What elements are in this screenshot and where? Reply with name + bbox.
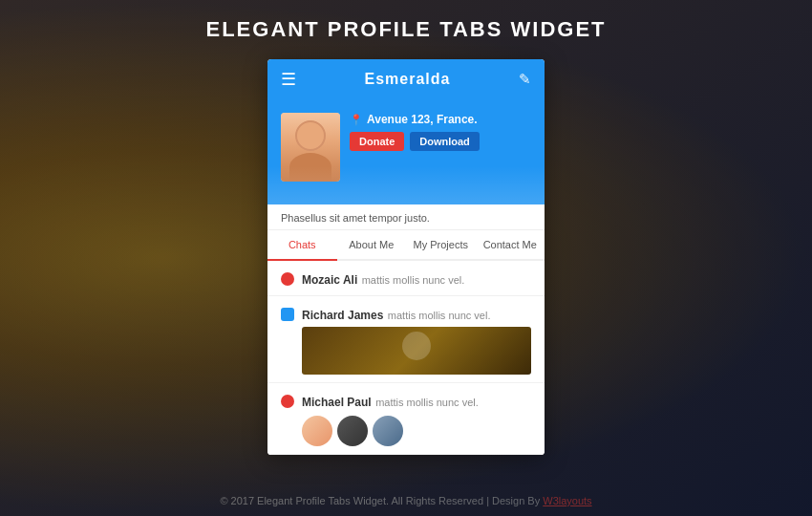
- chat-item[interactable]: Richard James mattis mollis nunc vel.: [267, 296, 545, 383]
- chat-content: Mozaic Ali mattis mollis nunc vel.: [302, 270, 531, 288]
- location-text: Avenue 123, France.: [367, 113, 478, 126]
- chat-list: Mozaic Ali mattis mollis nunc vel. Richa…: [267, 261, 545, 455]
- chat-meta: mattis mollis nunc vel.: [362, 274, 465, 286]
- action-buttons: Donate Download: [350, 132, 531, 151]
- chat-item[interactable]: Michael Paul mattis mollis nunc vel.: [267, 383, 545, 455]
- tab-about[interactable]: About Me: [337, 230, 407, 261]
- download-button[interactable]: Download: [410, 132, 480, 151]
- edit-icon[interactable]: ✎: [519, 71, 531, 88]
- chat-meta: mattis mollis nunc vel.: [375, 397, 479, 408]
- mini-avatar: [337, 416, 368, 446]
- profile-section: 📍 Avenue 123, France. Donate Download: [267, 99, 545, 204]
- chat-name: Michael Paul: [302, 396, 372, 409]
- profile-name: Esmeralda: [365, 71, 451, 88]
- mini-avatar: [302, 416, 332, 446]
- mini-avatar: [373, 416, 403, 446]
- tab-chats[interactable]: Chats: [267, 230, 337, 261]
- chat-meta: mattis mollis nunc vel.: [388, 310, 491, 321]
- chat-item[interactable]: Mozaic Ali mattis mollis nunc vel.: [267, 261, 545, 296]
- chat-content: Michael Paul mattis mollis nunc vel.: [302, 393, 531, 446]
- profile-info: 📍 Avenue 123, France. Donate Download: [350, 109, 531, 157]
- tab-projects[interactable]: My Projects: [406, 230, 476, 261]
- chat-status-icon: [281, 395, 294, 408]
- tabs-row: Chats About Me My Projects Contact Me: [267, 230, 545, 261]
- chat-status-icon: [281, 308, 294, 321]
- chat-name: Richard James: [302, 309, 383, 322]
- donate-button[interactable]: Donate: [350, 132, 404, 151]
- chat-name: Mozaic Ali: [302, 273, 357, 287]
- widget-card: ☰ Esmeralda ✎ 📍 Avenue 123, France. Dona…: [267, 59, 545, 455]
- location-icon: 📍: [350, 114, 363, 126]
- chat-content: Richard James mattis mollis nunc vel.: [302, 306, 531, 375]
- card-header: ☰ Esmeralda ✎: [267, 59, 545, 99]
- tab-contact[interactable]: Contact Me: [476, 230, 545, 261]
- chat-avatars: [302, 416, 531, 446]
- profile-description: Phasellus sit amet tempor justo.: [267, 204, 545, 230]
- chat-status-icon: [281, 272, 294, 286]
- page-title: ELEGANT PROFILE TABS WIDGET: [205, 17, 606, 42]
- chat-preview-image: [302, 327, 531, 375]
- hamburger-icon[interactable]: ☰: [281, 69, 296, 90]
